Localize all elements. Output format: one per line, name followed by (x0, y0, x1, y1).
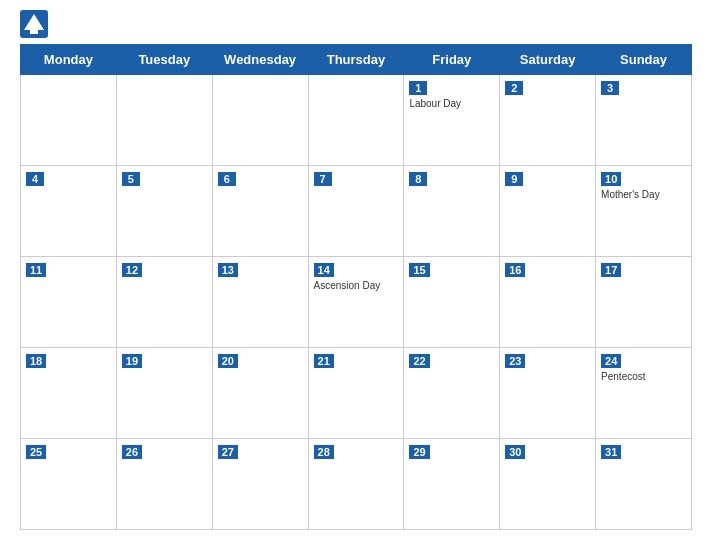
calendar-cell: 9 (500, 166, 596, 257)
weekday-header-monday: Monday (21, 45, 117, 75)
holiday-name: Ascension Day (314, 280, 399, 291)
weekday-header-row: MondayTuesdayWednesdayThursdayFridaySatu… (21, 45, 692, 75)
weekday-header-wednesday: Wednesday (212, 45, 308, 75)
calendar-cell: 12 (116, 257, 212, 348)
calendar-cell: 31 (596, 439, 692, 530)
day-number: 11 (26, 263, 46, 277)
day-number: 22 (409, 354, 429, 368)
calendar-cell: 20 (212, 348, 308, 439)
day-number: 3 (601, 81, 619, 95)
calendar-cell: 15 (404, 257, 500, 348)
day-number: 10 (601, 172, 621, 186)
calendar-cell: 14Ascension Day (308, 257, 404, 348)
calendar-cell: 19 (116, 348, 212, 439)
calendar-cell: 24Pentecost (596, 348, 692, 439)
calendar-cell: 3 (596, 75, 692, 166)
day-number: 25 (26, 445, 46, 459)
weekday-header-friday: Friday (404, 45, 500, 75)
holiday-name: Mother's Day (601, 189, 686, 200)
calendar-week-row: 1Labour Day23 (21, 75, 692, 166)
weekday-header-sunday: Sunday (596, 45, 692, 75)
calendar-week-row: 11121314Ascension Day151617 (21, 257, 692, 348)
calendar-cell: 8 (404, 166, 500, 257)
holiday-name: Labour Day (409, 98, 494, 109)
day-number: 8 (409, 172, 427, 186)
calendar-cell (308, 75, 404, 166)
day-number: 31 (601, 445, 621, 459)
calendar-week-row: 25262728293031 (21, 439, 692, 530)
day-number: 20 (218, 354, 238, 368)
calendar-cell: 4 (21, 166, 117, 257)
calendar-table: MondayTuesdayWednesdayThursdayFridaySatu… (20, 44, 692, 530)
calendar-cell: 1Labour Day (404, 75, 500, 166)
day-number: 26 (122, 445, 142, 459)
svg-rect-2 (30, 26, 38, 34)
day-number: 12 (122, 263, 142, 277)
weekday-header-thursday: Thursday (308, 45, 404, 75)
day-number: 4 (26, 172, 44, 186)
calendar-week-row: 45678910Mother's Day (21, 166, 692, 257)
calendar-cell: 17 (596, 257, 692, 348)
day-number: 13 (218, 263, 238, 277)
calendar-cell: 21 (308, 348, 404, 439)
weekday-header-saturday: Saturday (500, 45, 596, 75)
day-number: 7 (314, 172, 332, 186)
day-number: 24 (601, 354, 621, 368)
calendar-cell: 29 (404, 439, 500, 530)
calendar-cell: 16 (500, 257, 596, 348)
calendar-cell: 7 (308, 166, 404, 257)
day-number: 28 (314, 445, 334, 459)
calendar-cell: 23 (500, 348, 596, 439)
calendar-cell: 6 (212, 166, 308, 257)
calendar-cell (212, 75, 308, 166)
day-number: 19 (122, 354, 142, 368)
calendar-cell: 5 (116, 166, 212, 257)
calendar-cell: 2 (500, 75, 596, 166)
calendar-cell: 30 (500, 439, 596, 530)
day-number: 29 (409, 445, 429, 459)
day-number: 18 (26, 354, 46, 368)
day-number: 9 (505, 172, 523, 186)
calendar-week-row: 18192021222324Pentecost (21, 348, 692, 439)
day-number: 15 (409, 263, 429, 277)
calendar-cell: 28 (308, 439, 404, 530)
logo-icon (20, 10, 48, 38)
day-number: 16 (505, 263, 525, 277)
calendar-cell: 18 (21, 348, 117, 439)
day-number: 17 (601, 263, 621, 277)
day-number: 14 (314, 263, 334, 277)
day-number: 27 (218, 445, 238, 459)
calendar-cell: 26 (116, 439, 212, 530)
holiday-name: Pentecost (601, 371, 686, 382)
day-number: 30 (505, 445, 525, 459)
day-number: 1 (409, 81, 427, 95)
calendar-cell: 27 (212, 439, 308, 530)
calendar-cell: 10Mother's Day (596, 166, 692, 257)
day-number: 2 (505, 81, 523, 95)
day-number: 23 (505, 354, 525, 368)
day-number: 5 (122, 172, 140, 186)
calendar-cell (21, 75, 117, 166)
weekday-header-tuesday: Tuesday (116, 45, 212, 75)
calendar-cell: 25 (21, 439, 117, 530)
page-header (20, 10, 692, 38)
logo (20, 10, 52, 38)
calendar-cell: 13 (212, 257, 308, 348)
day-number: 6 (218, 172, 236, 186)
calendar-cell: 22 (404, 348, 500, 439)
calendar-cell: 11 (21, 257, 117, 348)
day-number: 21 (314, 354, 334, 368)
calendar-cell (116, 75, 212, 166)
